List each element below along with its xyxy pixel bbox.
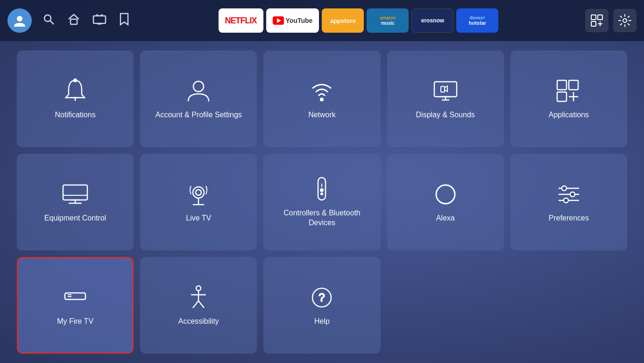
tile-applications[interactable]: Applications xyxy=(510,50,627,147)
tile-label-notifications: Notifications xyxy=(55,110,96,120)
tile-notifications[interactable]: Notifications xyxy=(17,50,134,147)
svg-point-43 xyxy=(320,189,323,192)
person-icon xyxy=(184,78,212,104)
all-apps-button[interactable] xyxy=(585,9,609,32)
svg-point-21 xyxy=(320,98,323,101)
svg-text:?: ? xyxy=(319,291,325,304)
wifi-icon xyxy=(308,78,336,104)
svg-line-2 xyxy=(50,21,54,24)
svg-point-49 xyxy=(562,186,566,191)
svg-rect-12 xyxy=(598,15,602,20)
svg-point-16 xyxy=(623,19,627,22)
firetv-icon xyxy=(61,285,89,310)
topbar: NETFLIX YouTube appstore amazon music er… xyxy=(0,0,644,41)
svg-rect-32 xyxy=(63,185,87,200)
tile-label-account-profile: Account & Profile Settings xyxy=(156,110,242,120)
amazon-music-button[interactable]: amazon music xyxy=(367,8,409,33)
tile-controllers-bluetooth[interactable]: Controllers & Bluetooth Devices xyxy=(263,154,380,250)
svg-rect-13 xyxy=(591,21,596,26)
svg-point-56 xyxy=(196,286,201,291)
tile-my-fire-tv[interactable]: My Fire TV xyxy=(17,257,134,354)
sliders-icon xyxy=(555,181,583,207)
appstore-button[interactable]: appstore xyxy=(322,8,364,33)
tile-label-display-sounds: Display & Sounds xyxy=(416,110,475,120)
svg-point-51 xyxy=(564,198,568,203)
svg-point-20 xyxy=(193,81,204,92)
tile-network[interactable]: Network xyxy=(263,50,380,147)
settings-grid: Notifications Account & Profile Settings… xyxy=(0,41,644,363)
tv-icon[interactable] xyxy=(91,11,108,31)
tile-account-profile[interactable]: Account & Profile Settings xyxy=(140,50,257,147)
svg-point-0 xyxy=(17,16,22,21)
svg-line-59 xyxy=(193,301,198,308)
tile-label-network: Network xyxy=(308,110,336,120)
tile-accessibility[interactable]: Accessibility xyxy=(140,257,257,354)
hotstar-button[interactable]: disney+ hotstar xyxy=(456,8,498,33)
svg-line-60 xyxy=(198,301,204,308)
topbar-left xyxy=(7,8,132,33)
svg-rect-11 xyxy=(591,15,596,20)
search-icon[interactable] xyxy=(40,11,57,31)
erosnow-button[interactable]: erosnow xyxy=(411,8,453,33)
svg-point-19 xyxy=(74,79,77,82)
tile-label-live-tv: Live TV xyxy=(186,214,211,223)
help-icon: ? xyxy=(308,285,336,310)
accessibility-icon xyxy=(184,285,212,310)
tile-label-equipment-control: Equipment Control xyxy=(44,214,106,223)
svg-point-38 xyxy=(196,190,201,195)
display-icon xyxy=(432,78,460,104)
settings-button[interactable] xyxy=(613,9,637,32)
tile-label-applications: Applications xyxy=(549,110,589,120)
apps-icon xyxy=(555,78,583,104)
svg-point-50 xyxy=(570,192,575,197)
tile-label-controllers-bluetooth: Controllers & Bluetooth Devices xyxy=(271,208,373,228)
home-icon[interactable] xyxy=(65,11,82,31)
svg-rect-4 xyxy=(93,16,106,23)
user-avatar[interactable] xyxy=(7,8,32,33)
tile-preferences[interactable]: Preferences xyxy=(510,154,627,250)
bell-icon xyxy=(61,78,89,104)
antenna-icon xyxy=(184,181,212,207)
tile-display-sounds[interactable]: Display & Sounds xyxy=(387,50,504,147)
tile-label-accessibility: Accessibility xyxy=(178,317,219,327)
youtube-button[interactable]: YouTube xyxy=(266,8,319,33)
svg-point-44 xyxy=(321,193,323,195)
remote-icon xyxy=(308,176,336,202)
alexa-icon xyxy=(432,181,460,207)
tile-help[interactable]: ? Help xyxy=(263,257,380,354)
tile-label-my-fire-tv: My Fire TV xyxy=(57,317,93,327)
svg-rect-28 xyxy=(557,92,566,101)
svg-rect-3 xyxy=(71,19,77,24)
bookmark-icon[interactable] xyxy=(117,11,132,31)
svg-rect-26 xyxy=(441,86,445,92)
monitor-icon xyxy=(61,181,89,207)
svg-rect-27 xyxy=(557,80,566,90)
tile-live-tv[interactable]: Live TV xyxy=(140,154,257,250)
tile-alexa[interactable]: Alexa xyxy=(387,154,504,250)
svg-rect-29 xyxy=(569,80,578,90)
tile-label-preferences: Preferences xyxy=(549,214,589,223)
svg-point-45 xyxy=(436,185,455,204)
svg-point-37 xyxy=(193,187,204,198)
topbar-apps: NETFLIX YouTube appstore amazon music er… xyxy=(137,8,580,33)
netflix-button[interactable]: NETFLIX xyxy=(219,8,263,33)
tile-equipment-control[interactable]: Equipment Control xyxy=(17,154,134,250)
tile-label-alexa: Alexa xyxy=(436,214,455,223)
tile-label-help: Help xyxy=(314,317,330,327)
svg-point-1 xyxy=(44,15,51,21)
topbar-right xyxy=(585,9,637,32)
svg-rect-22 xyxy=(434,82,457,97)
